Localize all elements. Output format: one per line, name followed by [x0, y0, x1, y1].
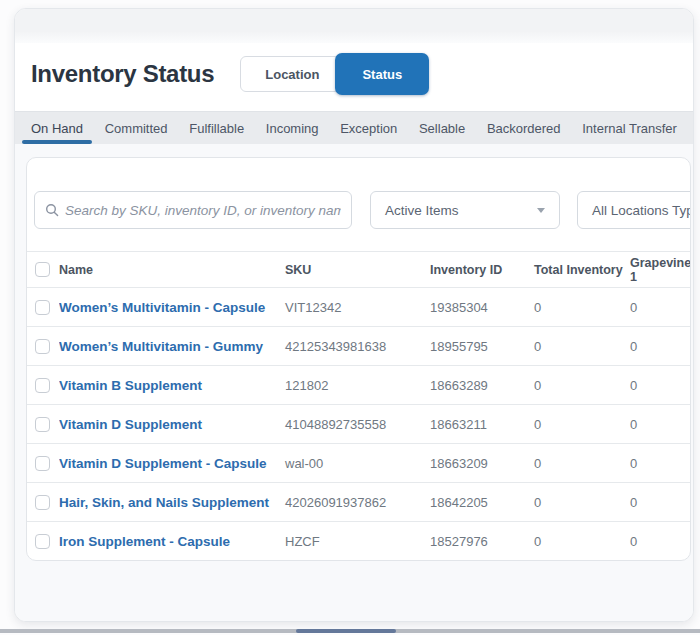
location-toggle-button[interactable]: Location	[240, 56, 341, 92]
status-toggle-button[interactable]: Status	[335, 53, 429, 95]
view-toggle: Location Status	[240, 53, 429, 95]
row-checkbox[interactable]	[35, 417, 50, 432]
grapevine-1-cell: 0	[630, 378, 690, 393]
column-header-grapevine-1: Grapevine 1	[630, 256, 691, 284]
inventory-name-link[interactable]: Women’s Multivitamin - Capsule	[59, 300, 285, 315]
tab-exception[interactable]: Exception	[340, 112, 397, 144]
row-checkbox[interactable]	[35, 456, 50, 471]
tab-internal-transfer[interactable]: Internal Transfer	[582, 112, 677, 144]
grapevine-1-cell: 0	[630, 495, 690, 510]
inventory-panel: Active Items All Locations Type Name SKU…	[26, 157, 691, 561]
column-header-name: Name	[59, 263, 285, 277]
row-checkbox[interactable]	[35, 534, 50, 549]
window-top-band	[15, 9, 693, 43]
row-checkbox[interactable]	[35, 378, 50, 393]
table-row: Vitamin D Supplement - Capsule wal-00 18…	[27, 443, 690, 482]
sku-cell: 42026091937862	[285, 495, 430, 510]
inventory-name-link[interactable]: Vitamin B Supplement	[59, 378, 285, 393]
inventory-name-link[interactable]: Hair, Skin, and Nails Supplement	[59, 495, 285, 510]
table-body: Women’s Multivitamin - Capsule VIT12342 …	[27, 287, 690, 560]
inventory-id-cell: 18642205	[430, 495, 534, 510]
inventory-id-cell: 18663289	[430, 378, 534, 393]
search-box[interactable]	[34, 191, 352, 229]
tab-committed[interactable]: Committed	[105, 112, 168, 144]
inventory-name-link[interactable]: Women’s Multivitamin - Gummy	[59, 339, 285, 354]
grapevine-1-cell: 0	[630, 417, 690, 432]
inventory-id-cell: 18663211	[430, 417, 534, 432]
location-type-value: All Locations Type	[592, 203, 691, 218]
horizontal-scrollbar-thumb[interactable]	[296, 629, 396, 633]
search-icon	[45, 203, 59, 217]
total-inventory-cell: 0	[534, 495, 630, 510]
column-header-total-inventory: Total Inventory	[534, 263, 630, 277]
row-checkbox[interactable]	[35, 495, 50, 510]
filter-row: Active Items All Locations Type	[27, 191, 690, 229]
tab-on-hand[interactable]: On Hand	[31, 112, 83, 144]
item-status-dropdown[interactable]: Active Items	[370, 191, 560, 229]
sku-cell: 121802	[285, 378, 430, 393]
location-type-dropdown[interactable]: All Locations Type	[577, 191, 691, 229]
grapevine-1-cell: 0	[630, 339, 690, 354]
row-checkbox[interactable]	[35, 300, 50, 315]
inventory-id-cell: 18955795	[430, 339, 534, 354]
tab-backordered[interactable]: Backordered	[487, 112, 561, 144]
table-row: Hair, Skin, and Nails Supplement 4202609…	[27, 482, 690, 521]
sku-cell: 41048892735558	[285, 417, 430, 432]
total-inventory-cell: 0	[534, 534, 630, 549]
inventory-name-link[interactable]: Vitamin D Supplement	[59, 417, 285, 432]
page-header: Inventory Status Location Status	[15, 43, 693, 111]
tab-incoming[interactable]: Incoming	[266, 112, 319, 144]
inventory-id-cell: 18663209	[430, 456, 534, 471]
content-area: Active Items All Locations Type Name SKU…	[15, 144, 693, 621]
inventory-table: Name SKU Inventory ID Total Inventory Gr…	[27, 251, 690, 560]
grapevine-1-cell: 0	[630, 534, 690, 549]
chevron-down-icon	[537, 208, 545, 213]
sku-cell: VIT12342	[285, 300, 430, 315]
table-row: Women’s Multivitamin - Gummy 42125343981…	[27, 326, 690, 365]
column-header-inventory-id: Inventory ID	[430, 263, 534, 277]
table-header-row: Name SKU Inventory ID Total Inventory Gr…	[27, 251, 690, 287]
page-title: Inventory Status	[31, 60, 214, 88]
item-status-value: Active Items	[385, 203, 459, 218]
inventory-id-cell: 19385304	[430, 300, 534, 315]
tab-fulfillable[interactable]: Fulfillable	[189, 112, 244, 144]
table-row: Vitamin D Supplement 41048892735558 1866…	[27, 404, 690, 443]
column-header-sku: SKU	[285, 263, 430, 277]
total-inventory-cell: 0	[534, 300, 630, 315]
grapevine-1-cell: 0	[630, 456, 690, 471]
tab-bar: On HandCommittedFulfillableIncomingExcep…	[15, 111, 693, 144]
table-row: Iron Supplement - Capsule HZCF 18527976 …	[27, 521, 690, 560]
sku-cell: wal-00	[285, 456, 430, 471]
inventory-id-cell: 18527976	[430, 534, 534, 549]
row-checkbox[interactable]	[35, 339, 50, 354]
search-input[interactable]	[65, 203, 341, 218]
table-row: Vitamin B Supplement 121802 18663289 0 0	[27, 365, 690, 404]
app-window: Inventory Status Location Status On Hand…	[14, 8, 694, 622]
inventory-name-link[interactable]: Iron Supplement - Capsule	[59, 534, 285, 549]
sku-cell: HZCF	[285, 534, 430, 549]
total-inventory-cell: 0	[534, 456, 630, 471]
select-all-checkbox[interactable]	[35, 262, 50, 277]
total-inventory-cell: 0	[534, 339, 630, 354]
sku-cell: 42125343981638	[285, 339, 430, 354]
total-inventory-cell: 0	[534, 417, 630, 432]
table-row: Women’s Multivitamin - Capsule VIT12342 …	[27, 287, 690, 326]
inventory-name-link[interactable]: Vitamin D Supplement - Capsule	[59, 456, 285, 471]
total-inventory-cell: 0	[534, 378, 630, 393]
grapevine-1-cell: 0	[630, 300, 690, 315]
tab-sellable[interactable]: Sellable	[419, 112, 465, 144]
